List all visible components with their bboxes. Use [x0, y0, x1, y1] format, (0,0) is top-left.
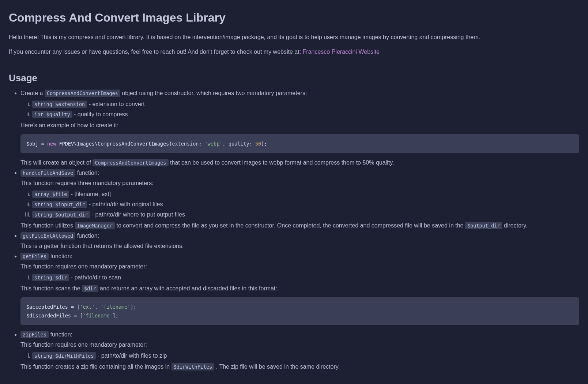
list-item: string $output_dir - path/to/dir where t… — [32, 210, 579, 219]
usage-item-handlefileandsave: handleFileAndSave function: This functio… — [20, 169, 579, 230]
list-item: string $input_dir - path/to/dir with ori… — [32, 200, 579, 209]
list-item: array $file - [filename, ext] — [32, 190, 579, 199]
getfiles-params: string $dir - path/to/dir to scan — [20, 273, 579, 282]
fn-name-code: getFileExtAllowed — [20, 232, 75, 240]
fn-name-code: getFiles — [20, 253, 49, 260]
list-item: string $extension - extension to convert — [32, 100, 579, 109]
usage-list: Create a CompressAndConvertImages object… — [9, 89, 579, 371]
author-website-link[interactable]: Francesco Pieraccini Website — [303, 49, 380, 55]
usage-item-getfileextallowed: getFileExtAllowed function: This is a ge… — [20, 231, 579, 251]
intro-paragraph-1: Hello there! This is my compress and con… — [9, 33, 579, 42]
intro-paragraph-2: If you encounter any issues or have ques… — [9, 48, 579, 56]
page-title: Compress And Convert Images Library — [9, 9, 579, 26]
constructor-code: CompressAndConvertImages — [45, 90, 120, 97]
fn-name-code: handleFileAndSave — [20, 169, 75, 177]
usage-item-getfiles: getFiles function: This function require… — [20, 252, 579, 325]
list-item: string $dir - path/to/dir to scan — [32, 273, 579, 282]
intro-2-text: If you encounter any issues or have ques… — [9, 49, 303, 55]
usage-item-constructor: Create a CompressAndConvertImages object… — [20, 89, 579, 167]
getfiles-code-block: $acceptedFiles = ['ext', 'filename']; $d… — [20, 297, 579, 325]
zipfiles-params: string $dirWithFiles - path/to/dir with … — [20, 351, 579, 360]
handlefileandsave-params: array $file - [filename, ext] string $in… — [20, 190, 579, 219]
list-item: string $dirWithFiles - path/to/dir with … — [32, 351, 579, 360]
constructor-intro: Create a CompressAndConvertImages object… — [20, 89, 579, 98]
list-item: int $quality - quality to compress — [32, 110, 579, 119]
constructor-params: string $extension - extension to convert… — [20, 100, 579, 119]
constructor-example-intro: Here's an example of how to create it: — [20, 121, 579, 130]
constructor-after: This will create an object of CompressAn… — [20, 158, 579, 167]
fn-name-code: zipFiles — [20, 331, 49, 338]
usage-item-zipfiles: zipFiles function: This function require… — [20, 330, 579, 371]
constructor-code-block: $obj = new FPDEV\Images\CompressAndConve… — [20, 134, 579, 153]
usage-heading: Usage — [9, 71, 579, 85]
